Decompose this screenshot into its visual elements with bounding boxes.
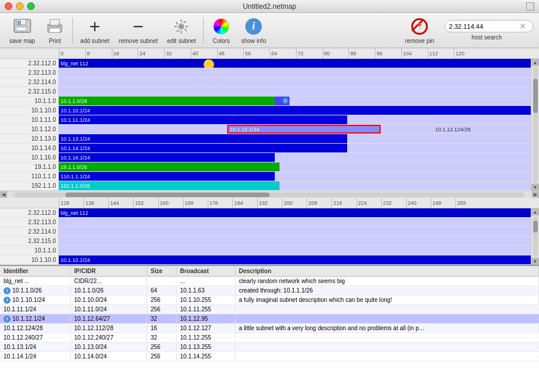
- scroll-up-arrow-2[interactable]: ▲: [531, 208, 540, 215]
- network-row[interactable]: 10.1.13.010.1.13.1/24: [0, 134, 539, 144]
- table-row[interactable]: i10.1.12.1/2410.1.12.64/273210.1.12.95: [0, 314, 539, 324]
- show-info-label: show info: [241, 38, 266, 44]
- network-row[interactable]: 2.32.113.0: [0, 218, 539, 227]
- scroll-down-arrow[interactable]: ▼: [531, 184, 540, 191]
- network-row[interactable]: 2.32.115.0: [0, 237, 539, 246]
- network-row-canvas: [59, 87, 539, 96]
- table-row[interactable]: 10.1.12.240/2710.1.12.240/273210.1.12.25…: [0, 333, 539, 343]
- subnet-bar[interactable]: 10.1.10.1/24: [59, 106, 539, 115]
- table-cell-size: 256: [147, 343, 177, 351]
- network-row[interactable]: 10.1.10.010.1.10.1/24: [0, 255, 539, 265]
- v-scroll-track: [533, 67, 538, 182]
- ruler-mark: 32: [164, 48, 191, 59]
- network-row[interactable]: 110.1.1.0110.1.1.1/24: [0, 172, 539, 181]
- network-row[interactable]: 10.1.1.0: [0, 246, 539, 255]
- ruler-mark: 64: [270, 48, 296, 59]
- table-cell-broadcast: 10.1.11.255: [177, 305, 235, 313]
- subnet-bar[interactable]: 10.1.16.1/24: [59, 153, 275, 162]
- subnet-bar[interactable]: 19.1.1.0/26: [59, 162, 280, 171]
- subnet-bar[interactable]: 10.1.12.1/24: [227, 125, 381, 134]
- ruler-mark: 136: [84, 198, 108, 208]
- info-icon: i: [244, 17, 263, 36]
- h-scrollbar-thumb[interactable]: [65, 192, 270, 197]
- save-map-button[interactable]: save map: [6, 15, 38, 46]
- ruler-mark: 56: [243, 48, 270, 59]
- ruler-mark: 80: [322, 48, 349, 59]
- network-row[interactable]: 192.1.1.0192.1.1.0/26: [0, 181, 539, 191]
- subnet-bar[interactable]: 10.1.10.1/24: [59, 255, 539, 264]
- show-info-button[interactable]: i show info: [238, 15, 270, 46]
- scroll-right-arrow[interactable]: ▶: [532, 191, 539, 198]
- subnet-bar[interactable]: blg_net 112: [59, 208, 539, 217]
- subnet-bar[interactable]: 10.1.11.1/24: [59, 115, 347, 124]
- subnet-bar[interactable]: 10.1.14.1/24: [59, 144, 347, 152]
- network-row[interactable]: 10.1.10.010.1.10.1/24: [0, 106, 539, 115]
- svg-point-13: [180, 25, 183, 28]
- maximize-button[interactable]: [27, 2, 35, 10]
- v-scroll-thumb[interactable]: [533, 79, 538, 114]
- table-cell-id: 10.1.12.240/27: [0, 334, 71, 341]
- right-scrollbar-bottom[interactable]: ▲ ▼: [531, 208, 539, 265]
- info-button[interactable]: i: [282, 98, 288, 104]
- table-row[interactable]: blg_net ...CIDR/22......clearly random n…: [0, 277, 539, 286]
- ruler-mark: 160: [158, 198, 183, 208]
- table-row[interactable]: 10.1.12.124/2810.1.12.112/281610.1.12.12…: [0, 324, 539, 333]
- right-scrollbar-top[interactable]: ▲ ▼: [531, 59, 539, 191]
- subnet-bar[interactable]: 10.1.12.124/28: [433, 125, 529, 134]
- minimize-button[interactable]: [16, 2, 24, 10]
- remove-subnet-button[interactable]: − remove subnet: [115, 15, 161, 46]
- scroll-left-arrow[interactable]: ◀: [0, 191, 7, 198]
- table-cell-description: clearly random network which seems big: [235, 277, 539, 285]
- table-row[interactable]: 10.1.11.1/2410.1.11.0/2425610.1.11.255: [0, 305, 539, 314]
- network-row[interactable]: 2.32.114.0: [0, 78, 539, 87]
- network-row[interactable]: 2.32.113.0: [0, 68, 539, 78]
- v-scroll-thumb-2[interactable]: [533, 221, 538, 232]
- table-area: Identifier IP/CIDR Size Broadcast Descri…: [0, 265, 539, 392]
- subnet-bar[interactable]: blg_net 112: [59, 59, 539, 68]
- remove-pin-button[interactable]: 📍 remove pin: [402, 15, 438, 46]
- print-button[interactable]: Print: [41, 15, 69, 46]
- colors-button[interactable]: Colors: [207, 15, 235, 46]
- subnet-bar[interactable]: 10.1.1.0/28: [59, 97, 275, 105]
- host-search-input[interactable]: [449, 23, 520, 30]
- network-row[interactable]: 10.1.1.010.1.1.0/28i: [0, 97, 539, 106]
- ruler-mark: 48: [217, 48, 244, 59]
- edit-subnet-label: edit subnet: [167, 38, 196, 44]
- network-row[interactable]: 2.32.112.0blg_net 112🟡: [0, 59, 539, 68]
- table-cell-broadcast: 10.1.10.255: [177, 296, 235, 304]
- close-button[interactable]: [5, 2, 12, 10]
- scroll-up-arrow[interactable]: ▲: [531, 59, 540, 66]
- network-row[interactable]: 2.32.112.0blg_net 112: [0, 208, 539, 218]
- table-row[interactable]: 10.1.14.1/2410.1.14.0/2425610.1.14.255: [0, 352, 539, 361]
- network-row[interactable]: 10.1.12.010.1.12.1/2410.1.12.124/28: [0, 125, 539, 134]
- network-row-label: 10.1.1.0: [0, 97, 59, 105]
- host-search-wrap[interactable]: ✕: [445, 20, 533, 32]
- subnet-bar[interactable]: 10.1.13.1/24: [59, 134, 347, 143]
- scroll-down-arrow-2[interactable]: ▼: [531, 258, 540, 265]
- network-row[interactable]: 2.32.115.0: [0, 87, 539, 97]
- table-cell-broadcast: 10.1.12.127: [177, 324, 235, 332]
- table-row[interactable]: i10.1.10.1/2410.1.10.0/2425610.1.10.255a…: [0, 295, 539, 305]
- table-cell-description: [235, 318, 539, 320]
- net-rows-bottom-container: 2.32.112.0blg_net 1122.32.113.02.32.114.…: [0, 208, 539, 265]
- network-row[interactable]: 2.32.114.0: [0, 227, 539, 237]
- ruler-mark: 96: [375, 48, 401, 59]
- table-row[interactable]: 10.1.13.1/2410.1.13.0/2425610.1.13.255: [0, 343, 539, 352]
- search-clear-button[interactable]: ✕: [520, 22, 526, 31]
- network-row-canvas: 19.1.1.0/26: [59, 162, 539, 171]
- table-cell-description: [235, 337, 539, 338]
- toolbar: save map Print + add subnet − remove sub…: [0, 13, 539, 48]
- table-cell-description: a little subnet with a very long descrip…: [235, 324, 539, 332]
- add-subnet-button[interactable]: + add subnet: [76, 15, 113, 46]
- host-search-label: host search: [471, 34, 502, 41]
- subnet-bar[interactable]: 110.1.1.1/24: [59, 172, 275, 181]
- subnet-bar[interactable]: 192.1.1.0/26: [59, 181, 280, 190]
- subnet-bar[interactable]: i: [275, 97, 289, 105]
- network-row[interactable]: 10.1.11.010.1.11.1/24: [0, 115, 539, 125]
- table-row[interactable]: i10.1.1.0/2610.1.1.0/266410.1.1.63create…: [0, 286, 539, 295]
- main-area: 081624324048566472808896104112120 2.32.1…: [0, 48, 539, 392]
- network-row[interactable]: 10.1.16.010.1.16.1/24: [0, 153, 539, 162]
- network-row[interactable]: 10.1.14.010.1.14.1/24: [0, 144, 539, 153]
- edit-subnet-button[interactable]: edit subnet: [164, 15, 199, 46]
- network-row[interactable]: 19.1.1.019.1.1.0/26: [0, 162, 539, 172]
